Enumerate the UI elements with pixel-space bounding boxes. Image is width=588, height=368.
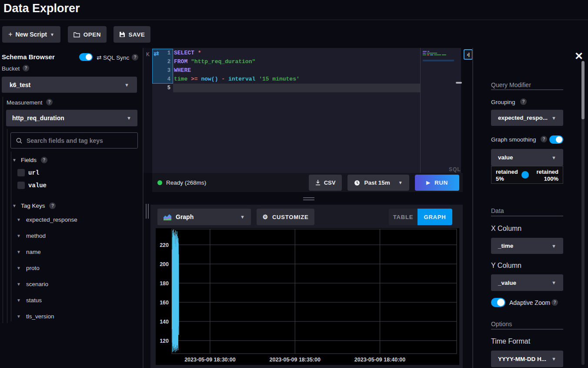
slider-handle[interactable] [521,171,529,179]
time-format-dropdown[interactable]: YYYY-MM-DD H... ▼ [491,351,563,367]
tag-key-item[interactable]: ▼status [17,297,77,304]
tag-key-item[interactable]: ▼tls_version [17,313,77,320]
search-placeholder: Search fields and tag keys [27,137,103,144]
chevron-down-icon[interactable]: ▼ [12,203,17,208]
chevron-down-icon[interactable]: ▼ [17,250,21,254]
chevron-down-icon[interactable]: ▼ [17,217,21,222]
chevron-down-icon: ▼ [551,356,556,361]
x-column-dropdown[interactable]: _time ▼ [491,238,563,254]
tag-key-label: proto [26,265,40,271]
page-title: Data Explorer [3,2,80,15]
horizontal-resize-handle[interactable] [303,199,314,200]
data-section-label: Data [491,207,504,214]
plus-icon: + [8,30,12,38]
editor-panel-expand-button[interactable]: ›| [464,49,473,60]
vertical-resize-handle[interactable] [146,204,147,219]
tag-key-item[interactable]: ▼method [17,233,77,239]
adaptive-zoom-label: Adaptive Zoom [509,299,550,306]
right-panel-scrollbar-thumb[interactable] [581,61,585,119]
chevron-down-icon[interactable]: ▼ [17,233,21,238]
graph-smoothing-toggle[interactable] [549,135,563,144]
tag-key-item[interactable]: ▼expected_response [17,216,77,223]
code-line[interactable]: 3WHERE [152,66,461,75]
indent-guide [3,97,3,323]
tag-keys-list: ▼expected_response▼method▼name▼proto▼sce… [17,216,77,329]
sql-editor[interactable]: ⇄ 1SELECT *2FROM "http_req_duration"3WHE… [152,48,461,173]
measurement-help-icon[interactable]: ? [46,99,53,105]
save-button[interactable]: SAVE [114,26,150,43]
code-line[interactable]: 1SELECT * [152,49,461,57]
bucket-help-icon[interactable]: ? [23,65,29,71]
code-line[interactable]: 4time >= now() - interval '15 minutes' [152,75,461,84]
measurement-dropdown[interactable]: http_req_duration ▼ [6,110,137,126]
status-text: Ready (268ms) [166,179,206,186]
editor-scroll-handle[interactable] [456,82,462,84]
chevron-down-icon[interactable]: ▼ [12,158,17,162]
sql-sync-toggle[interactable] [79,53,93,61]
code-line[interactable]: 5 [152,84,461,92]
run-button[interactable]: ▶ RUN [415,175,459,191]
table-tab[interactable]: TABLE [389,209,418,225]
chevron-down-icon: ▼ [551,280,556,285]
svg-text:2023-05-09 18:40:00: 2023-05-09 18:40:00 [354,357,405,363]
bucket-dropdown[interactable]: k6_test ▼ [2,77,137,93]
measurement-label: Measurement [7,99,43,106]
field-label[interactable]: value [28,182,47,189]
graph-smoothing-help-icon[interactable]: ? [541,136,547,142]
minimap-viewport[interactable] [423,60,454,61]
view-type-dropdown[interactable]: Graph ▼ [157,209,251,225]
grouping-help-icon[interactable]: ? [520,98,527,105]
graph-tab[interactable]: GRAPH [418,209,452,225]
tag-key-item[interactable]: ▼proto [17,265,77,271]
adaptive-zoom-help-icon[interactable]: ? [551,299,558,306]
vertical-resize-handle[interactable] [148,204,149,219]
tag-key-label: tls_version [26,313,54,320]
sync-icon: ⇄ [97,54,101,61]
code-line[interactable]: 2FROM "http_req_duration" [152,57,461,66]
chevron-down-icon: ▼ [551,155,556,160]
tag-keys-group-header[interactable]: ▼ Tag Keys ? [12,203,56,209]
indent-guide [11,152,11,321]
tag-keys-help-icon[interactable]: ? [49,203,56,209]
adaptive-zoom-toggle[interactable] [491,298,505,307]
minimap-divider [420,48,421,173]
svg-text:180: 180 [160,280,169,287]
grouping-dropdown[interactable]: expected_respo... ▼ [491,110,563,126]
new-script-button[interactable]: + New Script ▼ [2,26,60,43]
chevron-down-icon[interactable]: ▼ [17,314,21,319]
chevron-down-icon[interactable]: ▼ [17,282,21,287]
smoothing-column-dropdown[interactable]: value ▼ [491,149,563,166]
query-modifier-section-label: Query Modifier [491,81,531,88]
horizontal-resize-handle[interactable] [303,197,314,198]
indent-guide [7,129,7,323]
clock-icon [354,180,360,186]
y-column-dropdown[interactable]: _value ▼ [491,274,563,291]
chevron-down-icon[interactable]: ▼ [17,266,21,270]
svg-text:2023-05-09 18:30:00: 2023-05-09 18:30:00 [184,357,235,363]
right-panel-scrollbar-track[interactable] [581,61,585,365]
field-item: url [17,169,47,176]
graph-canvas[interactable]: 1201401601802002202023-05-09 18:30:00202… [156,228,459,365]
tag-key-item[interactable]: ▼name [17,249,77,255]
open-button[interactable]: OPEN [68,26,107,43]
fields-help-icon[interactable]: ? [41,157,47,163]
fields-group-header[interactable]: ▼ Fields ? [12,157,47,163]
search-input[interactable]: Search fields and tag keys [10,132,138,149]
sql-sync-help-icon[interactable]: ? [132,54,138,61]
header-divider [0,20,588,20]
customize-button[interactable]: ⚙ CUSTOMIZE [257,209,314,225]
tag-key-label: expected_response [26,216,77,223]
search-icon [16,138,22,144]
time-range-dropdown[interactable]: Past 15m ▼ [347,175,409,191]
retained-slider[interactable]: retained 5% retained 100% [491,166,563,184]
csv-button[interactable]: CSV [309,175,342,191]
field-checkbox[interactable] [17,169,25,176]
minimap[interactable] [423,51,463,169]
field-checkbox[interactable] [17,182,25,189]
chevron-down-icon: ▼ [127,115,131,121]
editor-collapsed-panel[interactable]: K [144,48,152,173]
field-label[interactable]: url [28,169,39,176]
right-panel-divider [472,48,473,368]
chevron-down-icon[interactable]: ▼ [17,298,21,303]
tag-key-item[interactable]: ▼scenario [17,281,77,287]
